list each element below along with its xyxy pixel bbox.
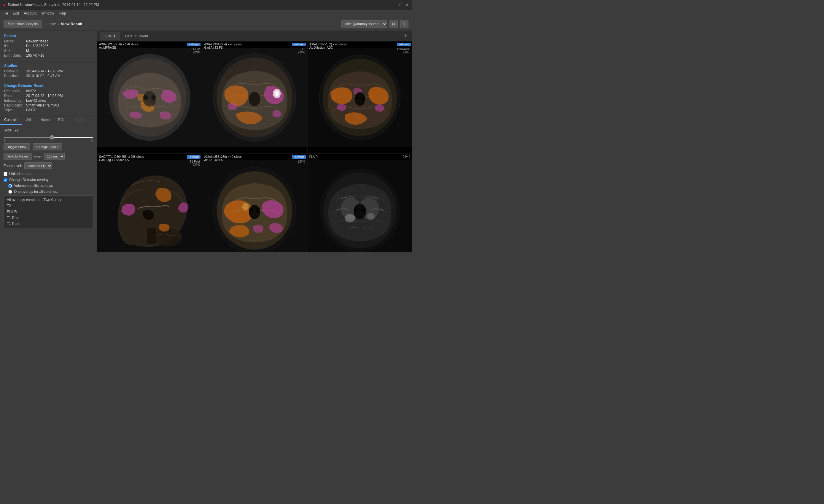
- menu-help[interactable]: Help: [59, 11, 66, 15]
- menu-edit[interactable]: Edit: [13, 11, 19, 15]
- user-select[interactable]: alice@aianalysis.com: [341, 20, 387, 28]
- zoom-label: Zoom level:: [4, 164, 22, 168]
- zoom-select[interactable]: Zoom to Fit 50% 100% 200%: [24, 162, 52, 169]
- patient-id-value: Pat-18525206: [26, 44, 48, 48]
- baseline-label: Baseline:: [4, 74, 25, 78]
- cell-1-slice: 22/40: [191, 51, 200, 54]
- close-button[interactable]: ✕: [405, 2, 409, 7]
- menu-account[interactable]: Account: [24, 11, 36, 15]
- slice-value: 22: [14, 128, 18, 132]
- result-id-row: Result ID: 86272: [4, 89, 93, 93]
- left-panel: Patient Name: Newton^Isaac ID: Pat-18525…: [0, 31, 97, 252]
- svg-point-4: [143, 95, 148, 100]
- svg-point-36: [345, 214, 355, 222]
- result-date-row: Date: 2017-04-28 - 12:08 PM: [4, 94, 93, 98]
- svg-point-24: [242, 203, 248, 211]
- result-date-label: Date:: [4, 94, 25, 98]
- baseline-value: 2013-10-02 - 9:47 AM: [26, 74, 61, 78]
- flicker-row: Hold to Flicker every 100 ms 50 ms 200 m…: [4, 153, 93, 160]
- patient-name-row: Name: Newton^Isaac: [4, 39, 93, 43]
- one-overlay-radio[interactable]: [8, 190, 12, 194]
- cell-6-slice: 22/40: [403, 155, 410, 159]
- type-label: Type:: [4, 108, 25, 112]
- one-overlay-label: One overlay for all volumes:: [14, 190, 58, 194]
- change-detector-overlay-checkbox[interactable]: [4, 178, 7, 182]
- image-grid: AXIAL (216×256) x 176 slices Ax MPRAGE F…: [97, 41, 412, 252]
- radiologist-row: Radiologist: Smith^Alice^^Dr^MD: [4, 103, 93, 107]
- studies-section-title: Studies: [4, 64, 93, 68]
- breadcrumb: Home › View Result: [46, 22, 83, 26]
- app-icon: ●: [3, 2, 5, 7]
- window-controls: ─ □ ✕: [393, 2, 409, 7]
- toggle-study-button[interactable]: Toggle Study: [4, 143, 30, 150]
- followup-value: 2014-01-14 - 12:20 PM: [26, 69, 63, 73]
- overlay-item-4[interactable]: T1-Pre: [4, 215, 93, 221]
- change-detector-overlay-label: Change Detector overlay:: [9, 178, 49, 182]
- patient-birthdate-label: Birth Date:: [4, 54, 25, 58]
- result-id-value: 86272: [26, 89, 36, 93]
- cell-1-study-type: T1-Pre: [191, 47, 200, 51]
- initiated-by-row: Initiated by: Lee^Charles: [4, 98, 93, 103]
- image-cell-1[interactable]: AXIAL (216×256) x 176 slices Ax MPRAGE F…: [97, 41, 202, 154]
- radiologist-label: Radiologist:: [4, 103, 25, 107]
- svg-point-19: [153, 228, 182, 246]
- minimize-button[interactable]: ─: [393, 2, 396, 7]
- result-id-label: Result ID:: [4, 89, 25, 93]
- image-cell-3[interactable]: AXIAL (132×132) x 40 slices Ax Diffusion…: [308, 41, 412, 154]
- overlay-item-3[interactable]: FLAIR: [4, 209, 93, 215]
- breadcrumb-separator: ›: [58, 22, 59, 26]
- patient-birthdate-row: Birth Date: 1957-07-18: [4, 54, 93, 58]
- start-new-analysis-button[interactable]: Start New Analysis: [4, 20, 42, 28]
- maximize-button[interactable]: □: [400, 2, 402, 7]
- right-panel: GPCD Default Layout +: [97, 31, 412, 252]
- tab-roi[interactable]: ROI: [54, 115, 68, 125]
- change-layout-button[interactable]: Change Layout: [33, 143, 63, 150]
- tab-controls[interactable]: Controls: [0, 115, 22, 125]
- type-row: Type: GPCD: [4, 108, 93, 112]
- linked-cursors-label: Linked cursors: [9, 172, 32, 176]
- overlay-item-1[interactable]: All overlays combined (Two Color): [4, 197, 93, 203]
- add-tab-button[interactable]: +: [402, 33, 410, 39]
- tab-legend[interactable]: Legend: [69, 115, 89, 125]
- current-page: View Result: [61, 22, 83, 26]
- patient-id-label: ID:: [4, 44, 25, 48]
- patient-name-value: Newton^Isaac: [26, 39, 48, 43]
- cell-3-slice: 22/40: [397, 51, 410, 54]
- patient-section-title: Patient: [4, 34, 93, 38]
- slice-slider-container[interactable]: 1 40: [4, 135, 93, 142]
- patient-name-label: Name:: [4, 39, 25, 43]
- tab-notes[interactable]: Notes: [36, 115, 54, 125]
- image-cell-4[interactable]: SAGITTAL (256×256) x 208 slices Gad Sag …: [97, 154, 202, 252]
- tab-wl[interactable]: W/L: [22, 115, 36, 125]
- slice-max: 40: [90, 139, 93, 142]
- image-cell-2[interactable]: AXIAL (384×384) x 40 slices Gad Ax T2 FS…: [202, 41, 307, 154]
- linked-cursors-checkbox[interactable]: [4, 172, 7, 176]
- cell-1-badge: Followup: [187, 43, 201, 46]
- image-cell-6[interactable]: FLAIR 22/40: [308, 154, 412, 252]
- menu-file[interactable]: File: [2, 11, 8, 15]
- patient-sex-label: Sex:: [4, 48, 25, 53]
- interval-select[interactable]: 100 ms 50 ms 200 ms 500 ms: [43, 153, 65, 160]
- settings-button[interactable]: ⚙: [390, 20, 398, 28]
- initiated-by-label: Initiated by:: [4, 98, 25, 103]
- cell-2-study-type: T2: [298, 47, 305, 51]
- help-button[interactable]: ?: [400, 20, 408, 28]
- menu-window[interactable]: Window: [41, 11, 54, 15]
- cell-4-study-type: T1-Post: [190, 160, 200, 163]
- image-tab-gpcd[interactable]: GPCD: [100, 32, 120, 40]
- overlay-list: All overlays combined (Two Color) T2 FLA…: [4, 196, 93, 228]
- image-tab-default[interactable]: Default Layout: [120, 32, 153, 40]
- overlay-item-2[interactable]: T2: [4, 203, 93, 209]
- home-link[interactable]: Home: [46, 22, 56, 26]
- image-cell-5[interactable]: AXIAL (256×256) x 40 slices Ax T2 Flair …: [202, 154, 307, 252]
- type-value: GPCD: [26, 108, 36, 112]
- change-detector-title: Change Detector Result: [4, 84, 93, 88]
- radiologist-value: Smith^Alice^^Dr^MD: [26, 103, 59, 107]
- linked-cursors-row: Linked cursors: [4, 172, 93, 176]
- volume-specific-radio[interactable]: [8, 184, 12, 188]
- result-date-value: 2017-04-28 - 12:08 PM: [26, 94, 63, 98]
- slice-slider[interactable]: [4, 137, 93, 138]
- overlay-item-5[interactable]: T1-Post: [4, 221, 93, 227]
- hold-to-flicker-button[interactable]: Hold to Flicker: [4, 153, 32, 160]
- tabs-bar: Controls W/L Notes ROI Legend: [0, 115, 97, 125]
